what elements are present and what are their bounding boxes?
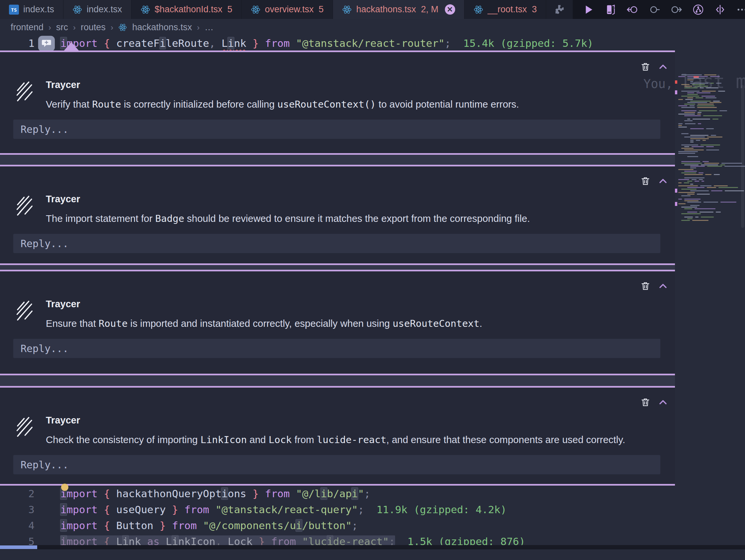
- tab-dirty-badge: 5: [319, 4, 324, 14]
- horizontal-scrollbar[interactable]: [0, 545, 745, 549]
- tab-close-icon[interactable]: ✕: [445, 4, 455, 14]
- minimap-error-inline: [693, 76, 699, 78]
- comment-thread-header: [0, 166, 675, 188]
- editor-gutter: 1: [0, 35, 60, 51]
- code-text: import { Button } from "@/components/ui/…: [60, 520, 358, 531]
- minimap-comment-marker: [675, 202, 677, 206]
- puzzle-icon[interactable]: [546, 4, 573, 15]
- navigate-back-icon[interactable]: [626, 4, 639, 15]
- tab-label: index.tsx: [87, 4, 122, 14]
- editor-line-highlight: [0, 155, 675, 165]
- react-file-icon: [140, 5, 151, 14]
- breadcrumb-item--[interactable]: …: [204, 22, 214, 33]
- reply-placeholder: Reply...: [21, 343, 69, 354]
- comment-body: TraycerCheck the consistency of importin…: [0, 409, 675, 446]
- collapse-thread-icon[interactable]: [657, 175, 669, 187]
- minimap-comment-marker: [675, 189, 677, 193]
- reply-placeholder: Reply...: [21, 459, 69, 471]
- editor-content: 1import { createFileRoute, Link } from "…: [0, 36, 745, 549]
- delete-comment-icon[interactable]: [640, 396, 651, 408]
- comment-add-icon[interactable]: [38, 35, 55, 51]
- more-actions-icon[interactable]: [736, 4, 745, 15]
- comment-thread: TraycerThe import statement for Badge sh…: [0, 166, 675, 263]
- react-file-icon: [118, 23, 127, 32]
- svg-text:TS: TS: [11, 7, 17, 12]
- code-line-1: 1import { createFileRoute, Link } from "…: [0, 36, 745, 51]
- tab-overview-tsx[interactable]: overview.tsx5: [242, 0, 333, 19]
- tab--hackathonid-tsx[interactable]: $hackathonId.tsx5: [131, 0, 242, 19]
- tab-hackathons-tsx[interactable]: hackathons.tsx2, M✕: [333, 0, 464, 19]
- reply-input[interactable]: Reply...: [13, 455, 660, 474]
- editor-line-highlight: [0, 265, 675, 270]
- line-number: 3: [0, 503, 35, 516]
- breadcrumb-separator: ›: [48, 23, 51, 32]
- tab-dirty-badge: 5: [227, 4, 232, 14]
- tab-label: overview.tsx: [265, 4, 314, 14]
- comment-text: Verify that Route is correctly initializ…: [46, 98, 519, 111]
- collapse-thread-icon[interactable]: [657, 280, 669, 292]
- line-number: 1: [0, 37, 35, 49]
- tab-list: TSindex.tsindex.tsx$hackathonId.tsx5over…: [0, 0, 546, 19]
- comment-thread-header: [0, 52, 675, 74]
- vscode-window: TSindex.tsindex.tsx$hackathonId.tsx5over…: [0, 0, 745, 560]
- editor-actions: [573, 0, 745, 19]
- comment-text: Check the consistency of importing LinkI…: [46, 433, 625, 446]
- code-line-2: 2import { hackathonQueryOptions } from "…: [0, 486, 745, 502]
- tab-label: $hackathonId.tsx: [155, 4, 222, 14]
- collapse-thread-icon[interactable]: [657, 396, 669, 408]
- code-text: import { useQuery } from "@tanstack/reac…: [60, 503, 364, 516]
- tab--root-tsx[interactable]: __root.tsx3: [464, 0, 547, 19]
- reply-input[interactable]: Reply...: [13, 234, 660, 253]
- traycer-avatar-icon: [15, 416, 34, 437]
- code-line-4: 4import { Button } from "@/components/ui…: [0, 518, 745, 533]
- comment-widget-border: [0, 374, 675, 375]
- tab-index-tsx[interactable]: index.tsx: [63, 0, 131, 19]
- react-file-icon: [251, 5, 261, 14]
- code-line-3: 3import { useQuery } from "@tanstack/rea…: [0, 502, 745, 518]
- horizontal-scrollbar-thumb[interactable]: [0, 546, 37, 549]
- tab-label: index.ts: [23, 4, 54, 14]
- breadcrumb-separator: ›: [110, 23, 113, 32]
- navigate-forward-icon[interactable]: [670, 4, 682, 15]
- code-text: import { createFileRoute, Link } from "@…: [60, 37, 451, 49]
- import-cost-annotation: 15.4k (gzipped: 5.7k): [451, 37, 593, 49]
- reply-input[interactable]: Reply...: [13, 120, 660, 139]
- comment-thread: TraycerEnsure that Route is imported and…: [0, 271, 675, 374]
- breadcrumb-separator: ›: [197, 23, 199, 32]
- breadcrumb-item-hackathons-tsx[interactable]: hackathons.tsx: [132, 22, 192, 33]
- editor-gutter: 4: [0, 520, 60, 531]
- delete-comment-icon[interactable]: [640, 175, 651, 187]
- traycer-avatar-icon: [15, 195, 34, 216]
- notebook-diff-icon[interactable]: [605, 4, 617, 15]
- play-icon[interactable]: [583, 4, 594, 15]
- editor-gutter: 2: [0, 488, 60, 500]
- breadcrumb-item-src[interactable]: src: [56, 22, 68, 33]
- comment-body: TraycerVerify that Route is correctly in…: [0, 74, 675, 111]
- minimap[interactable]: [675, 72, 745, 560]
- tab-bar: TSindex.tsindex.tsx$hackathonId.tsx5over…: [0, 0, 745, 19]
- line-number: 2: [0, 488, 35, 500]
- split-editor-icon[interactable]: [714, 4, 726, 15]
- git-graph-icon[interactable]: [692, 4, 704, 15]
- record-icon[interactable]: [648, 4, 660, 15]
- minimap-error-marker: [675, 81, 677, 84]
- import-cost-annotation: 11.9k (gzipped: 4.2k): [364, 503, 507, 516]
- comment-text: The import statement for Badge should be…: [46, 212, 530, 225]
- reply-input[interactable]: Reply...: [13, 339, 660, 358]
- editor-pane: You, last month 1import { createFileRout…: [0, 36, 745, 549]
- comment-thread-header: [0, 271, 675, 293]
- typescript-file-icon: TS: [9, 5, 19, 14]
- breadcrumb-separator: ›: [73, 23, 76, 32]
- delete-comment-icon[interactable]: [640, 280, 651, 292]
- comment-widget-border: [0, 153, 675, 155]
- minimap-slider[interactable]: [741, 85, 744, 228]
- traycer-avatar-icon: [15, 300, 34, 320]
- tab-index-ts[interactable]: TSindex.ts: [0, 0, 63, 19]
- editor-toolbar: [546, 0, 745, 19]
- editor-gutter: 3: [0, 503, 60, 516]
- breadcrumb-item-routes[interactable]: routes: [81, 22, 105, 33]
- reply-placeholder: Reply...: [21, 124, 69, 135]
- comment-author: Traycer: [46, 194, 530, 205]
- comment-author: Traycer: [46, 299, 482, 310]
- breadcrumb-item-frontend[interactable]: frontend: [11, 22, 43, 33]
